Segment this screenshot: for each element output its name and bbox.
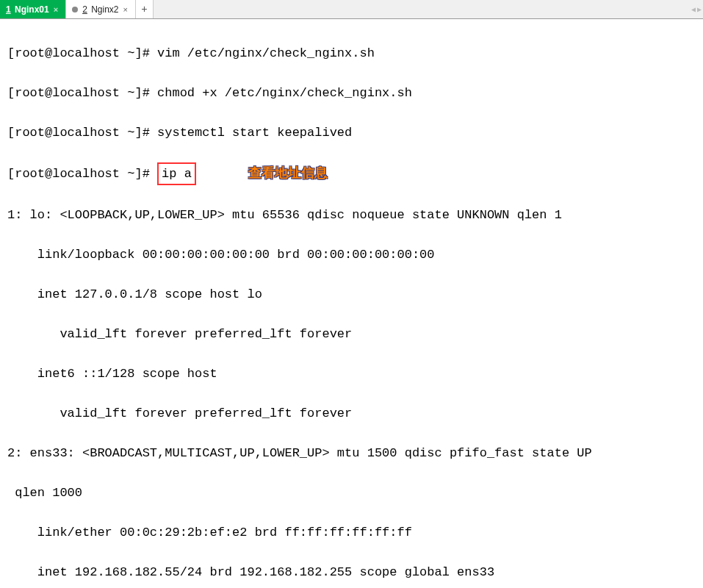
terminal-line: inet 192.168.182.55/24 brd 192.168.182.2… [7, 562, 696, 582]
chevron-left-icon[interactable]: ◀ [691, 5, 696, 14]
terminal-line: qlen 1000 [7, 483, 696, 503]
terminal-line: inet 127.0.0.1/8 scope host lo [7, 284, 696, 304]
terminal-line: [root@localhost ~]# systemctl start keep… [7, 123, 696, 143]
tab-num: 2 [82, 4, 87, 15]
terminal-line: valid_lft forever preferred_lft forever [7, 404, 696, 423]
terminal-line: 1: lo: <LOOPBACK,UP,LOWER_UP> mtu 65536 … [7, 205, 696, 225]
terminal-line: link/ether 00:0c:29:2b:ef:e2 brd ff:ff:f… [7, 523, 696, 542]
terminal-line: inet6 ::1/128 scope host [7, 364, 696, 384]
add-tab-button[interactable]: + [136, 0, 154, 18]
close-icon[interactable]: × [54, 5, 58, 14]
terminal-line: valid_lft forever preferred_lft forever [7, 324, 696, 344]
terminal-line: 2: ens33: <BROADCAST,MULTICAST,UP,LOWER_… [7, 443, 696, 463]
terminal-output[interactable]: [root@localhost ~]# vim /etc/nginx/check… [0, 19, 703, 588]
tab-label: Nginx01 [15, 4, 49, 15]
annotation-view-addr: 查看地址信息 [248, 163, 328, 183]
tab-label: Nginx2 [91, 4, 118, 15]
terminal-line: [root@localhost ~]# chmod +x /etc/nginx/… [7, 83, 696, 103]
tab-nginx2[interactable]: 2 Nginx2 × [66, 0, 136, 18]
tab-num: 1 [6, 4, 11, 15]
dot-icon [72, 7, 78, 12]
tab-bar: 1 Nginx01 × 2 Nginx2 × + ◀ ▶ [0, 0, 703, 19]
terminal-line: link/loopback 00:00:00:00:00:00 brd 00:0… [7, 245, 696, 265]
terminal-line: [root@localhost ~]# vim /etc/nginx/check… [7, 43, 696, 63]
terminal-line: [root@localhost ~]# ip a 查看地址信息 [7, 162, 696, 185]
close-icon[interactable]: × [123, 5, 128, 14]
tab-nav-arrows: ◀ ▶ [691, 0, 702, 18]
highlight-ip-a: ip a [157, 162, 196, 185]
chevron-right-icon[interactable]: ▶ [697, 5, 702, 14]
tab-nginx01[interactable]: 1 Nginx01 × [0, 0, 66, 18]
